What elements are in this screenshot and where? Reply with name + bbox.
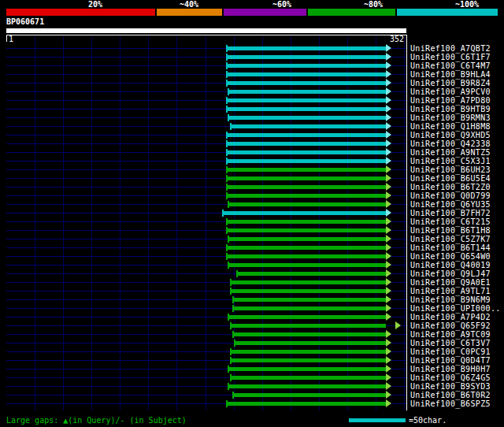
hit-label[interactable]: UniRef100_B9N6M9 <box>410 295 491 304</box>
hit-arrow-icon <box>386 79 391 87</box>
hit-bar[interactable] <box>230 358 386 362</box>
hit-label[interactable]: UniRef100_A7P4D2 <box>410 313 491 321</box>
hit-start-tick <box>228 236 229 243</box>
hit-label[interactable]: UniRef100_B9H0H7 <box>410 365 491 373</box>
gaps-legend: Large gaps: ▲(in Query)/- (in Subject) <box>6 416 187 425</box>
hit-label[interactable]: UniRef100_C6T3V7 <box>410 339 491 347</box>
hit-label[interactable]: UniRef100_Q9LJ47 <box>410 269 491 278</box>
hit-bar[interactable] <box>228 367 386 371</box>
hit-label[interactable]: UniRef100_Q9XHD5 <box>410 131 491 139</box>
hit-arrow-icon <box>386 191 391 199</box>
hit-label[interactable]: UniRef100_C0PC91 <box>410 347 491 356</box>
hit-label[interactable]: UniRef100_B6T1H8 <box>410 226 491 235</box>
hit-label[interactable]: UniRef100_B7FH72 <box>410 209 491 217</box>
hit-bar[interactable] <box>228 384 386 388</box>
hit-bar[interactable] <box>234 341 386 345</box>
hit-bar[interactable] <box>230 350 386 354</box>
blast-overview-screen: { "identity_key": { "labels": ["20%", "~… <box>0 0 504 427</box>
hit-label[interactable]: UniRef100_A9TL71 <box>410 287 491 295</box>
hit-label[interactable]: UniRef100_B9R8Z4 <box>410 79 491 87</box>
hit-bar[interactable] <box>226 150 386 154</box>
hit-label[interactable]: UniRef100_B6T2Z0 <box>410 183 491 191</box>
hit-bar[interactable] <box>228 116 386 120</box>
hit-label[interactable]: UniRef100_B9SYD3 <box>410 382 491 391</box>
hit-label[interactable]: UniRef100_C6T215 <box>410 217 491 226</box>
hit-arrow-icon <box>386 122 391 130</box>
hit-label[interactable]: UniRef100_B6SPZ5 <box>410 399 491 408</box>
hit-label[interactable]: UniRef100_C5X3J1 <box>410 157 491 165</box>
hit-label[interactable]: UniRef100_Q40019 <box>410 261 491 269</box>
hit-label[interactable]: UniRef100_Q0D4T7 <box>410 356 491 365</box>
hit-row: UniRef100_Q65F92 <box>0 321 504 330</box>
hit-label[interactable]: UniRef100_Q65F92 <box>410 321 491 330</box>
hit-row: UniRef100_C5Z7K7 <box>0 235 504 243</box>
hit-bar[interactable] <box>232 393 386 397</box>
hit-bar[interactable] <box>236 272 386 276</box>
hit-label[interactable]: UniRef100_Q42338 <box>410 139 491 148</box>
hit-bar[interactable] <box>230 289 386 293</box>
hit-bar[interactable] <box>226 55 386 59</box>
hit-bar[interactable] <box>226 246 386 250</box>
hit-label[interactable]: UniRef100_Q6Z4G5 <box>410 373 491 382</box>
hit-bar[interactable] <box>226 98 386 102</box>
hit-label[interactable]: UniRef100_B9RMN3 <box>410 113 491 122</box>
hit-label[interactable]: UniRef100_Q654W0 <box>410 252 491 261</box>
hit-bar[interactable] <box>226 81 386 85</box>
hit-label[interactable]: UniRef100_A7QBT2 <box>410 44 491 53</box>
hit-start-tick <box>226 166 228 173</box>
hit-bar[interactable] <box>230 376 386 380</box>
hit-bar[interactable] <box>226 159 386 163</box>
hit-bar[interactable] <box>226 133 386 137</box>
hit-bar[interactable] <box>226 228 386 232</box>
hit-label[interactable]: UniRef100_B6T0R2 <box>410 391 491 399</box>
hit-bar[interactable] <box>226 176 386 180</box>
hit-label[interactable]: UniRef100_C6T1F7 <box>410 53 491 61</box>
hit-bar[interactable] <box>226 194 386 198</box>
hit-bar[interactable] <box>232 306 386 310</box>
hit-bar[interactable] <box>222 211 386 215</box>
hit-start-tick <box>226 158 228 165</box>
hit-bar[interactable] <box>226 64 386 68</box>
hit-label[interactable]: UniRef100_B6UH23 <box>410 165 491 174</box>
hit-label[interactable]: UniRef100_B6U5E4 <box>410 174 491 183</box>
hit-bar[interactable] <box>228 90 386 94</box>
hit-bar[interactable] <box>230 124 386 128</box>
hit-bar[interactable] <box>230 280 386 284</box>
hit-arrow-icon <box>386 365 391 373</box>
hit-bar[interactable] <box>230 324 386 328</box>
hit-bar[interactable] <box>226 185 386 189</box>
hit-bar[interactable] <box>226 168 386 172</box>
hit-label[interactable]: UniRef100_Q1H8M8 <box>410 122 491 131</box>
hit-label[interactable]: UniRef100_B6T144 <box>410 243 491 252</box>
hit-bar[interactable] <box>228 315 386 319</box>
hit-bar[interactable] <box>226 220 386 224</box>
hit-label[interactable]: UniRef100_C6T4M7 <box>410 61 491 70</box>
hit-row: UniRef100_Q42338 <box>0 139 504 148</box>
hit-bar[interactable] <box>226 402 386 406</box>
hit-label[interactable]: UniRef100_Q6YU35 <box>410 200 491 209</box>
hit-label[interactable]: UniRef100_Q9A0E1 <box>410 278 491 287</box>
hit-label[interactable]: UniRef100_A9TC09 <box>410 330 491 339</box>
hit-row: UniRef100_B9HLA4 <box>0 70 504 79</box>
hit-label[interactable]: UniRef100_UPI000.. <box>410 304 501 313</box>
hit-arrow-icon <box>386 174 391 182</box>
hit-bar[interactable] <box>228 202 386 206</box>
hit-bar[interactable] <box>232 332 386 336</box>
hit-bar[interactable] <box>226 72 386 76</box>
hit-bar[interactable] <box>232 298 386 302</box>
hit-label[interactable]: UniRef100_B9HLA4 <box>410 70 491 79</box>
hit-label[interactable]: UniRef100_B9HTB9 <box>410 105 491 113</box>
hit-label[interactable]: UniRef100_A9NTZ5 <box>410 148 491 157</box>
hit-row: UniRef100_B9H0H7 <box>0 365 504 373</box>
hit-bar[interactable] <box>226 46 386 50</box>
hit-bar[interactable] <box>228 237 386 241</box>
hit-label[interactable]: UniRef100_C5Z7K7 <box>410 235 491 243</box>
hit-label[interactable]: UniRef100_A7PD80 <box>410 96 491 105</box>
hit-label[interactable]: UniRef100_A9PCV0 <box>410 87 491 96</box>
hit-start-tick <box>228 262 229 269</box>
hit-bar[interactable] <box>226 142 386 146</box>
hit-label[interactable]: UniRef100_Q0D799 <box>410 191 491 200</box>
hit-bar[interactable] <box>228 263 386 267</box>
hit-bar[interactable] <box>226 107 386 111</box>
hit-bar[interactable] <box>226 254 386 258</box>
